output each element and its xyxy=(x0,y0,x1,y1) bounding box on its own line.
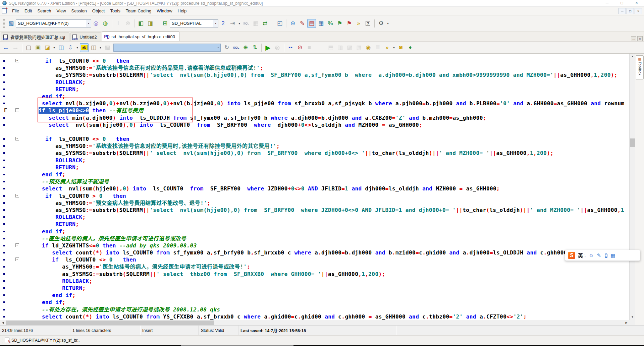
gutter[interactable] xyxy=(0,150,36,157)
gutter[interactable] xyxy=(0,164,36,171)
mdi-restore-icon[interactable]: □ xyxy=(627,8,634,14)
db-objects-icon[interactable]: ⊕ xyxy=(241,43,250,52)
gutter[interactable]: − xyxy=(0,242,36,249)
session-browser-icon[interactable]: ▧ xyxy=(7,19,15,28)
scroll-left-icon[interactable]: ◀ xyxy=(0,320,6,326)
gutter[interactable] xyxy=(0,292,36,299)
split-view-icon[interactable]: ◫ xyxy=(89,43,98,52)
fold-collapse-icon[interactable]: − xyxy=(15,257,19,261)
export-table-icon[interactable]: ⇥ xyxy=(228,19,237,28)
gutter[interactable] xyxy=(0,299,36,306)
document-tab[interactable]: P()sd_hospital.sp_sf_brghxx_edit00 xyxy=(102,32,179,41)
schema-tree-icon[interactable]: ⊞ xyxy=(161,19,169,28)
code-line[interactable]: − if ls_COUNT0 <> 0 then xyxy=(0,135,629,142)
mdi-minimize-icon[interactable]: ─ xyxy=(619,8,626,14)
menu-item-help[interactable]: Help xyxy=(175,7,190,14)
gutter[interactable] xyxy=(0,64,36,71)
open-dropdown[interactable]: ▾ xyxy=(52,44,56,52)
turbo-dropdown[interactable]: ▾ xyxy=(392,44,396,52)
menu-item-session[interactable]: Session xyxy=(69,7,90,14)
team-flag-icon[interactable]: ⚑ xyxy=(335,19,344,28)
code-line[interactable]: as_SYSMSG:=substrb(SQLERRM||'select nvl(… xyxy=(0,71,629,78)
menu-item-edit[interactable]: Edit xyxy=(22,7,35,14)
menu-item-window[interactable]: Window xyxy=(154,7,175,14)
run-fast-icon[interactable]: » xyxy=(354,19,363,28)
close-icon[interactable]: × xyxy=(629,0,644,6)
menu-item-object[interactable]: Object xyxy=(90,7,108,14)
minimize-icon[interactable]: ─ xyxy=(600,0,614,6)
code-line[interactable]: − if ld_XZGHTHTS<=0 then --add by qks 20… xyxy=(0,242,629,249)
sql-file-icon[interactable]: SQL xyxy=(232,43,240,52)
gutter[interactable]: − xyxy=(0,57,36,64)
back-icon[interactable]: ← xyxy=(2,43,10,52)
new-object-icon[interactable]: ▣ xyxy=(34,43,42,52)
gutter[interactable] xyxy=(0,71,36,78)
code-line[interactable]: as_SYSMSG:=substrb(SQLERRM||' select nvl… xyxy=(0,150,629,157)
gutter[interactable] xyxy=(0,313,36,320)
code-line[interactable]: select count(*) into ls_COUNT0 from YS_C… xyxy=(0,313,629,320)
gutter[interactable] xyxy=(0,214,36,221)
check-updates-icon[interactable]: ◍ xyxy=(101,19,110,28)
toolbox-tab[interactable]: ▦ Toolbox xyxy=(636,55,644,79)
mic-icon[interactable] xyxy=(605,253,607,257)
settings-dropdown[interactable]: ▾ xyxy=(386,19,390,27)
handwriting-icon[interactable]: ✎ xyxy=(597,252,601,258)
schedule-grid-icon[interactable]: ▦ xyxy=(317,19,325,28)
code-line[interactable]: − if ls_COUNT0 <> 0 then xyxy=(0,57,629,64)
toolbox-grid-icon[interactable]: ▦ xyxy=(610,252,615,258)
turbo-icon[interactable]: » xyxy=(383,43,391,52)
save-to-db-icon[interactable]: ⇩ xyxy=(66,43,75,52)
sql-optimizer-icon[interactable]: ◙ xyxy=(396,43,405,52)
gutter[interactable]: − xyxy=(0,192,36,199)
code-line[interactable] xyxy=(0,128,629,135)
gutter[interactable] xyxy=(0,221,36,228)
scroll-right-icon[interactable]: ▶ xyxy=(624,320,629,326)
fold-collapse-icon[interactable]: − xyxy=(15,108,19,112)
export-dropdown[interactable]: ▾ xyxy=(237,19,241,27)
help-icon[interactable]: ? xyxy=(364,19,372,28)
gutter[interactable] xyxy=(0,235,36,242)
code-line[interactable]: − if ls_COUNT0 > 0 then xyxy=(0,192,629,199)
benchmark-icon[interactable]: ♦ xyxy=(406,43,415,52)
menu-item-search[interactable]: Search xyxy=(35,7,54,14)
horizontal-scroll-thumb[interactable] xyxy=(6,321,214,325)
fold-collapse-icon[interactable]: − xyxy=(15,243,19,247)
restore-icon[interactable]: □ xyxy=(614,0,629,6)
sogou-logo-icon[interactable]: S xyxy=(568,252,575,259)
code-line[interactable]: as_SYSMSG:=substrb(SQLERRM||' select thb… xyxy=(0,271,629,278)
sync-updown-icon[interactable]: ⇅ xyxy=(251,43,259,52)
code-line[interactable]: select nvl(sum(hjje00),0) into ls_COUNT0… xyxy=(0,121,629,128)
import-export-icon[interactable]: ⇄ xyxy=(261,19,269,28)
code-editor[interactable]: − if ls_COUNT0 <> 0 then as_YHMSG0:='系统该… xyxy=(0,54,644,325)
gutter[interactable] xyxy=(0,128,36,135)
code-tester-icon[interactable]: ◉ xyxy=(364,43,373,52)
code-line[interactable]: as_YHMSG0:='系统该挂号信息还有对应的药品费用,请察看详细信息或稍候再… xyxy=(0,64,629,71)
open-file-icon[interactable]: ◪ xyxy=(43,43,52,52)
console-window-icon[interactable]: ▤ xyxy=(307,19,316,28)
code-line[interactable]: --医生站挂号的病人，须先经医生申请才可进行退号或改号 xyxy=(0,235,629,242)
code-line[interactable]: end if; xyxy=(0,292,629,299)
gutter[interactable] xyxy=(0,185,36,192)
gutter[interactable]: Γ− xyxy=(0,107,36,114)
document-tab[interactable]: 省康复医院问题处理汇总.sql xyxy=(1,33,69,41)
code-line[interactable]: --有处方存在，须先经医生申请才可进行退号或改号 2008.12.08 qks xyxy=(0,306,629,313)
code-line[interactable]: ROLLBACK; xyxy=(0,79,629,86)
fold-collapse-icon[interactable]: − xyxy=(15,137,19,140)
mdi-close-icon[interactable]: × xyxy=(635,8,642,14)
code-line[interactable]: as_YHMSG0:='医生站挂号的病人，须先经医生申请才可进行退号或改号!'; xyxy=(0,263,629,270)
tab-close-button[interactable]: × xyxy=(637,36,643,41)
task-wizard-icon[interactable]: 2 xyxy=(219,19,227,28)
menu-item-file[interactable]: File xyxy=(9,7,22,14)
gutter[interactable] xyxy=(0,86,36,93)
gutter[interactable] xyxy=(0,121,36,128)
horizontal-scrollbar[interactable]: ◀ ▶ xyxy=(0,320,629,325)
save-dropdown[interactable]: ▾ xyxy=(75,44,79,52)
scroll-up-icon[interactable]: ▲ xyxy=(630,54,635,59)
breakpoints-icon[interactable]: ▪▪ xyxy=(286,43,295,52)
code-line[interactable]: ROLLBACK; xyxy=(0,278,629,285)
menu-item-team-coding[interactable]: Team Coding xyxy=(123,7,154,14)
mdi-document-icon[interactable] xyxy=(2,8,7,13)
gutter[interactable]: − xyxy=(0,135,36,142)
new-file-icon[interactable]: ▢ xyxy=(24,43,33,52)
code-line[interactable]: as_SYSMSG:=substrb(SQLERRM||'select nvl(… xyxy=(0,207,629,214)
